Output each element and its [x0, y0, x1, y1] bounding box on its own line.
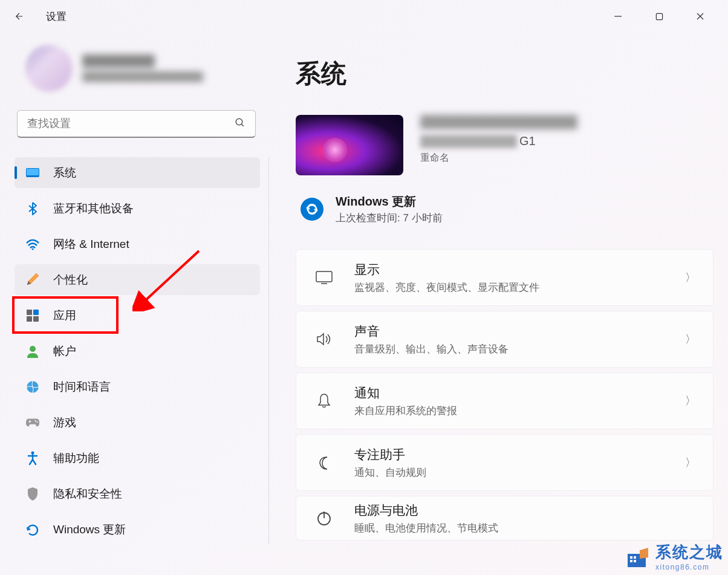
personalization-icon	[25, 273, 40, 287]
card-subtitle: 睡眠、电池使用情况、节电模式	[354, 521, 696, 535]
nav-privacy[interactable]: 隐私和安全性	[15, 478, 260, 509]
rename-link[interactable]: 重命名	[420, 152, 713, 164]
window-controls	[606, 4, 721, 28]
card-power[interactable]: 电源与电池 睡眠、电池使用情况、节电模式	[296, 496, 713, 541]
device-name-redacted	[420, 115, 577, 129]
maximize-button[interactable]	[647, 4, 671, 28]
update-title: Windows 更新	[336, 193, 443, 210]
chevron-right-icon: 〉	[685, 332, 696, 346]
nav-accounts[interactable]: 帐户	[15, 336, 260, 366]
device-model-redacted	[420, 135, 517, 148]
accounts-icon	[25, 344, 40, 359]
svg-rect-1	[656, 13, 662, 19]
card-title: 专注助手	[354, 446, 685, 463]
card-notifications[interactable]: 通知 来自应用和系统的警报 〉	[296, 372, 713, 429]
card-title: 电源与电池	[354, 502, 696, 519]
nav-label: 隐私和安全性	[53, 486, 122, 502]
gaming-icon	[25, 415, 40, 430]
window-title: 设置	[46, 10, 67, 24]
update-subtitle: 上次检查时间: 7 小时前	[336, 211, 443, 225]
card-title: 通知	[354, 385, 685, 401]
nav-label: 时间和语言	[53, 379, 111, 395]
bluetooth-icon	[25, 201, 40, 216]
card-subtitle: 通知、自动规则	[354, 466, 685, 479]
svg-rect-28	[634, 556, 636, 559]
back-button[interactable]	[7, 4, 31, 28]
nav-label: 蓝牙和其他设备	[53, 201, 134, 216]
user-info-redacted	[82, 54, 203, 82]
update-icon	[25, 522, 40, 537]
svg-point-8	[32, 248, 34, 250]
card-sound[interactable]: 声音 音量级别、输出、输入、声音设备 〉	[296, 311, 713, 368]
nav-label: Windows 更新	[53, 522, 126, 538]
device-suffix: G1	[519, 134, 536, 148]
power-icon	[313, 510, 335, 526]
card-subtitle: 来自应用和系统的警报	[354, 404, 685, 418]
nav-label: 辅助功能	[53, 450, 99, 466]
nav-accessibility[interactable]: 辅助功能	[15, 443, 260, 473]
nav-time[interactable]: 时间和语言	[15, 371, 260, 402]
nav-label: 应用	[53, 308, 76, 323]
nav-network[interactable]: 网络 & Internet	[15, 229, 260, 259]
card-title: 声音	[354, 323, 685, 340]
nav-personalization[interactable]: 个性化	[15, 264, 260, 295]
page-title: 系统	[296, 57, 713, 91]
accessibility-icon	[25, 451, 40, 466]
close-button[interactable]	[688, 4, 712, 28]
card-display[interactable]: 显示 监视器、亮度、夜间模式、显示配置文件 〉	[296, 249, 713, 306]
card-subtitle: 音量级别、输出、输入、声音设备	[354, 342, 685, 356]
search-icon	[235, 117, 245, 131]
user-profile[interactable]	[15, 45, 269, 92]
chevron-right-icon: 〉	[685, 394, 696, 408]
watermark-url: xitong86.com	[655, 563, 723, 571]
search-input[interactable]	[27, 117, 235, 130]
update-status-icon	[301, 198, 323, 221]
main-content: 系统 G1 重命名 Windows 更新 上次检查时间: 7 小时前	[269, 33, 728, 575]
svg-point-13	[30, 346, 36, 352]
nav-apps[interactable]: 应用	[15, 300, 260, 331]
minimize-button[interactable]	[606, 4, 630, 28]
watermark: 系统之城 xitong86.com	[625, 542, 723, 571]
svg-point-16	[35, 420, 36, 421]
nav-label: 网络 & Internet	[53, 236, 129, 252]
sidebar: 系统 蓝牙和其他设备 网络 & Internet 个性化	[0, 33, 269, 575]
nav-windows-update[interactable]: Windows 更新	[15, 514, 260, 545]
display-icon	[313, 270, 335, 285]
card-subtitle: 监视器、亮度、夜间模式、显示配置文件	[354, 281, 685, 294]
network-icon	[25, 237, 40, 252]
notifications-icon	[313, 393, 335, 409]
svg-rect-30	[634, 560, 636, 562]
nav-label: 个性化	[53, 272, 88, 288]
svg-rect-27	[630, 556, 632, 559]
search-box[interactable]	[17, 110, 256, 138]
windows-update-status[interactable]: Windows 更新 上次检查时间: 7 小时前	[296, 193, 713, 225]
focus-icon	[313, 455, 335, 470]
svg-rect-29	[630, 560, 632, 562]
system-icon	[25, 166, 40, 180]
svg-rect-9	[27, 310, 32, 315]
watermark-title: 系统之城	[655, 542, 723, 563]
device-info-section: G1 重命名	[296, 115, 713, 175]
nav-bluetooth[interactable]: 蓝牙和其他设备	[15, 193, 260, 224]
svg-rect-10	[33, 310, 39, 315]
nav-label: 帐户	[53, 343, 76, 359]
privacy-icon	[25, 487, 40, 501]
svg-line-5	[241, 124, 244, 126]
nav-label: 游戏	[53, 415, 76, 430]
svg-rect-22	[316, 271, 332, 282]
apps-icon	[25, 308, 40, 323]
card-title: 显示	[354, 261, 685, 278]
svg-rect-7	[27, 169, 39, 175]
svg-rect-11	[27, 316, 32, 322]
nav-system[interactable]: 系统	[15, 157, 260, 188]
card-focus[interactable]: 专注助手 通知、自动规则 〉	[296, 434, 713, 491]
chevron-right-icon: 〉	[685, 270, 696, 285]
nav-list: 系统 蓝牙和其他设备 网络 & Internet 个性化	[15, 157, 269, 544]
nav-label: 系统	[53, 165, 76, 181]
svg-rect-12	[33, 316, 39, 322]
wallpaper-thumbnail[interactable]	[296, 115, 403, 175]
chevron-right-icon: 〉	[685, 455, 696, 470]
watermark-logo-icon	[625, 544, 651, 570]
nav-gaming[interactable]: 游戏	[15, 407, 260, 438]
time-icon	[25, 380, 40, 394]
